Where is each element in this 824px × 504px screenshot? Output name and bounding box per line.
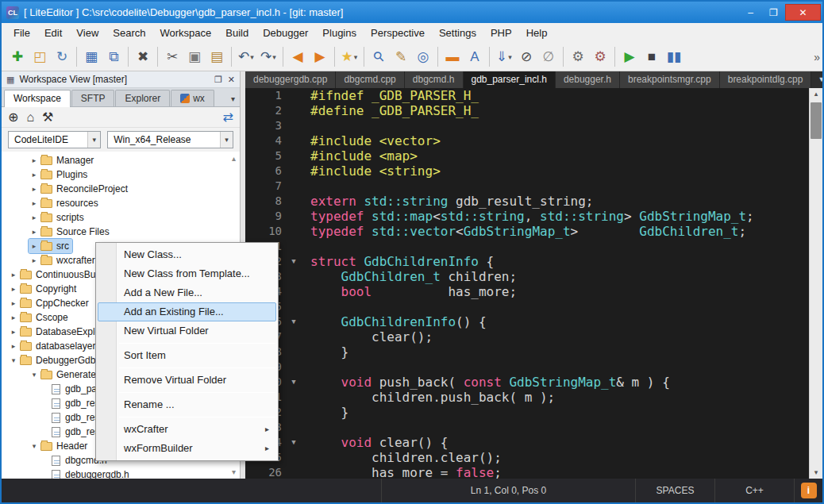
dropdown-arrow-icon[interactable]: ▾: [250, 53, 254, 61]
toolbar-overflow-icon[interactable]: »: [811, 51, 822, 63]
fold-marker-icon[interactable]: ▼: [285, 254, 302, 269]
toolbar-new-file-button[interactable]: ✚: [6, 46, 29, 68]
editor[interactable]: 123456789101112▼13141516▼17181920▼212223…: [245, 88, 822, 479]
toolbar-paste-button[interactable]: ▤: [206, 46, 228, 68]
code-line[interactable]: #include <vector>: [310, 133, 809, 148]
fold-marker-icon[interactable]: ▼: [285, 375, 302, 390]
toolbar-open-file-button[interactable]: ◰: [29, 46, 51, 68]
tree-scroll-down-icon[interactable]: ▾: [232, 467, 236, 476]
toolbar-settings-gear-button[interactable]: ⚙: [567, 46, 589, 68]
scroll-up-icon[interactable]: ▴: [810, 88, 822, 100]
menubar-item-edit[interactable]: Edit: [37, 25, 69, 41]
language-mode[interactable]: C++: [714, 479, 794, 502]
toolbar-save-file-button[interactable]: ▦: [80, 46, 102, 68]
toolbar-find-resource-button[interactable]: A: [464, 46, 486, 68]
wrench-icon[interactable]: ⚒: [42, 111, 53, 124]
menubar-item-search[interactable]: Search: [106, 25, 152, 41]
dropdown-arrow-icon[interactable]: ▾: [354, 53, 358, 61]
code-line[interactable]: [310, 299, 809, 314]
scrollbar-thumb[interactable]: [811, 102, 822, 139]
context-menu-item-add-a-new-file[interactable]: Add a New File...: [98, 283, 276, 302]
tree-expand-icon[interactable]: ▸: [29, 228, 40, 236]
context-menu-item-remove-virtual-folder[interactable]: Remove Virtual Folder: [98, 371, 276, 390]
toolbar-find-button[interactable]: ⚲: [368, 46, 390, 68]
editor-tab-dbgcmd-cpp[interactable]: dbgcmd.cpp: [336, 71, 404, 88]
menubar-item-settings[interactable]: Settings: [432, 25, 483, 41]
editor-tab-breakpointdlg-cpp[interactable]: breakpointdlg.cpp: [720, 71, 812, 88]
tree-expand-icon[interactable]: ▸: [8, 342, 19, 350]
tree-item-debuggergdb-h[interactable]: debuggergdb.h: [2, 467, 240, 479]
code-line[interactable]: [310, 420, 809, 435]
code-line[interactable]: clear();: [310, 329, 809, 344]
minimize-button[interactable]: –: [739, 4, 762, 21]
tree-expand-icon[interactable]: ▾: [29, 442, 40, 450]
code-line[interactable]: extern std::string gdb_result_string;: [310, 194, 809, 209]
editor-tab-debugger-h[interactable]: debugger.h: [556, 71, 620, 88]
code-line[interactable]: [310, 179, 809, 194]
code-line[interactable]: }: [310, 344, 809, 360]
toolbar-plugin-gear-button[interactable]: ⚙: [589, 46, 611, 68]
context-menu-item-new-virtual-folder[interactable]: New Virtual Folder: [98, 321, 276, 340]
dropdown-arrow-icon[interactable]: ▾: [508, 53, 512, 61]
editor-tab-debuggergdb-cpp[interactable]: debuggergdb.cpp: [245, 71, 336, 88]
code-line[interactable]: #include <string>: [310, 164, 809, 179]
editor-tab-dbgcmd-h[interactable]: dbgcmd.h: [405, 71, 464, 88]
tree-expand-icon[interactable]: ▸: [8, 328, 19, 336]
editor-tab-breakpointsmgr-cpp[interactable]: breakpointsmgr.cpp: [620, 71, 720, 88]
toolbar-pause-button[interactable]: ▮▮: [663, 46, 685, 68]
code-line[interactable]: [310, 118, 809, 133]
link-editor-icon[interactable]: ⇄: [223, 110, 233, 125]
tree-scroll-up-icon[interactable]: ▴: [232, 154, 236, 163]
editor-scrollbar[interactable]: ▴ ▾: [809, 88, 822, 479]
build-config-select[interactable]: Win_x64_Release ▾: [107, 131, 233, 148]
toolbar-redo-button[interactable]: ↷▾: [257, 46, 279, 68]
code-line[interactable]: children.clear();: [310, 450, 809, 465]
tree-item-scripts[interactable]: ▸scripts: [2, 210, 240, 225]
toolbar-stop-button[interactable]: ■: [641, 46, 663, 68]
sidebar-tab-sftp[interactable]: SFTP: [71, 90, 115, 106]
code-line[interactable]: [310, 239, 809, 254]
tree-item-reconcileproject[interactable]: ▸ReconcileProject: [2, 182, 240, 196]
toolbar-save-all-button[interactable]: ⧉: [102, 46, 125, 68]
fold-marker-icon[interactable]: ▼: [285, 435, 302, 450]
menubar-item-help[interactable]: Help: [519, 25, 555, 41]
menubar-item-plugins[interactable]: Plugins: [315, 25, 364, 41]
editor-tab-list-icon[interactable]: ▼: [811, 71, 822, 88]
code-line[interactable]: [310, 360, 809, 375]
tree-item-plugins[interactable]: ▸Plugins: [2, 167, 240, 182]
fold-marker-icon[interactable]: ▼: [285, 314, 302, 329]
tab-list-chevron-icon[interactable]: ▾: [231, 94, 235, 103]
tree-expand-icon[interactable]: ▾: [8, 356, 19, 364]
toolbar-undo-button[interactable]: ↶▾: [235, 46, 257, 68]
menubar-item-workspace[interactable]: Workspace: [153, 25, 219, 41]
menubar-item-view[interactable]: View: [69, 25, 106, 41]
code-line[interactable]: void clear() {: [310, 435, 809, 450]
tree-item-resources[interactable]: ▸resources: [2, 196, 240, 210]
context-menu-item-sort-item[interactable]: Sort Item: [98, 346, 276, 365]
dropdown-arrow-icon[interactable]: ▾: [272, 53, 276, 61]
code-line[interactable]: struct GdbChildrenInfo {: [310, 254, 809, 269]
toolbar-stop-build-button[interactable]: ⊘: [515, 46, 537, 68]
tree-expand-icon[interactable]: ▸: [29, 214, 40, 221]
menubar-item-file[interactable]: File: [6, 25, 37, 41]
toolbar-cut-button[interactable]: ✂: [161, 46, 183, 68]
maximize-button[interactable]: ❐: [762, 4, 785, 21]
close-button[interactable]: ✕: [785, 4, 821, 21]
toolbar-back-button[interactable]: ◀: [287, 46, 309, 68]
editor-tab-gdb-parser-incl-h[interactable]: gdb_parser_incl.h: [464, 71, 556, 88]
code-line[interactable]: children.push_back( m );: [310, 390, 809, 405]
menubar-item-php[interactable]: PHP: [483, 25, 519, 41]
panel-close-icon[interactable]: ✕: [228, 75, 235, 85]
code-line[interactable]: GdbChildrenInfo() {: [310, 314, 809, 329]
tree-expand-icon[interactable]: ▸: [8, 299, 19, 307]
tree-item-manager[interactable]: ▸Manager: [2, 153, 240, 167]
add-item-icon[interactable]: ⊕: [8, 111, 18, 124]
code-line[interactable]: #ifndef _GDB_PARSER_H_: [310, 88, 809, 103]
tree-expand-icon[interactable]: ▸: [29, 185, 40, 193]
context-menu-item-new-class[interactable]: New Class...: [98, 245, 276, 264]
tree-expand-icon[interactable]: ▸: [29, 156, 40, 164]
code-line[interactable]: #include <map>: [310, 148, 809, 164]
toolbar-highlight-button[interactable]: ▬: [441, 46, 464, 68]
toolbar-bookmark-button[interactable]: ★▾: [338, 46, 360, 68]
project-select[interactable]: CodeLiteIDE ▾: [8, 131, 101, 148]
